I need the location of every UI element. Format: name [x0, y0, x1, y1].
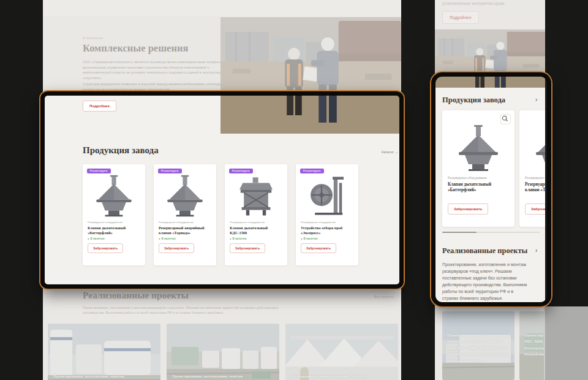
mobile-project-card[interactable]: Проектирование, изготовление, монтаж, АК…	[442, 311, 514, 380]
project-caption: Проектирование, изготовление, РВС 5000, …	[524, 332, 545, 358]
about-title: Комплексные решения	[83, 42, 188, 55]
projects-description: Проектирование, изготовление и монтаж ре…	[83, 306, 288, 315]
project-card[interactable]: Проектирование, изготовление, монтаж	[167, 324, 279, 380]
all-projects-link[interactable]: Все проекты →	[331, 295, 398, 298]
project-card[interactable]: Изготовление и монтаж силосов 75000 м3 (…	[285, 324, 398, 380]
adjacent-panel-edge	[544, 306, 588, 380]
highlight-frame-desktop	[40, 91, 404, 289]
projects-section-title: Реализованные проекты	[83, 290, 189, 301]
mobile-more-button[interactable]: Подробнее	[442, 11, 479, 24]
about-eyebrow: О компании	[83, 36, 104, 40]
project-caption: Проектирование, изготовление, монтаж	[172, 374, 274, 379]
arrow-right-icon: →	[395, 295, 399, 298]
project-caption: Изготовление и монтаж силосов 75000 м3 (…	[291, 374, 393, 379]
mobile-project-card[interactable]: Проектирование, изготовление, РВС 5000, …	[519, 311, 545, 380]
about-paragraph-2: Структура предприятия позволяет в коротк…	[83, 82, 228, 92]
project-card[interactable]: Проектирование, изготовление, монтаж,	[48, 324, 160, 380]
mobile-hero-text: установленные контрактом сроки.	[442, 1, 540, 6]
project-caption: Проектирование, изготовление, монтаж,	[53, 374, 155, 379]
about-paragraph-1: ООО «Самаранефтегазпроект» является прои…	[83, 59, 228, 80]
all-projects-label: Все проекты	[374, 295, 394, 298]
highlight-frame-mobile	[431, 72, 551, 306]
desktop-top-strip	[43, 0, 401, 16]
project-caption: Проектирование, изготовление, монтаж, АК…	[447, 332, 512, 364]
